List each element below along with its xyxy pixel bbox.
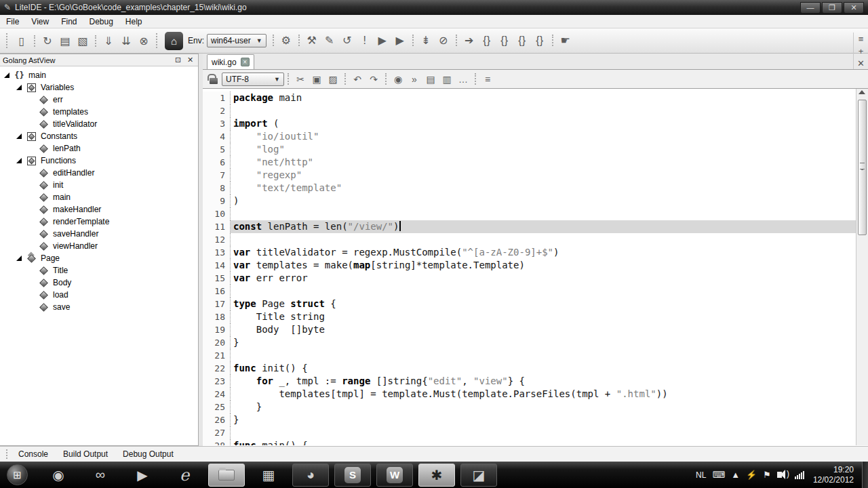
skype-icon[interactable]: S [334, 464, 371, 487]
output-tab-build-output[interactable]: Build Output [58, 448, 113, 460]
volume-icon[interactable] [777, 472, 782, 478]
internet-explorer-icon[interactable]: e [166, 464, 203, 487]
line-number[interactable]: 18 [203, 310, 231, 323]
restore-button[interactable]: ❐ [822, 2, 842, 14]
settings-gear-icon[interactable]: ⚙ [277, 32, 295, 49]
editor-scrollbar[interactable] [856, 89, 868, 445]
menu-debug[interactable]: Debug [83, 16, 119, 28]
line-number[interactable]: 16 [203, 285, 231, 298]
line-number[interactable]: 6 [203, 156, 231, 169]
show-hidden-icons[interactable]: ▲ [731, 470, 740, 480]
tree-item-init[interactable]: init [0, 179, 198, 191]
tree-item-savehandler[interactable]: saveHandler [0, 228, 198, 240]
expander-icon[interactable] [4, 73, 9, 78]
close-button[interactable]: ✕ [844, 2, 864, 14]
photo-viewer-icon[interactable]: ◪ [460, 464, 497, 487]
media-player-icon[interactable]: ▶ [124, 464, 161, 487]
line-number[interactable]: 14 [203, 259, 231, 272]
statusbar-grip[interactable] [6, 449, 9, 459]
encoding-select[interactable]: UTF-8 ▼ [222, 73, 284, 86]
show-desktop-button[interactable] [862, 462, 868, 488]
tree-item-edithandler[interactable]: editHandler [0, 167, 198, 179]
line-number[interactable]: 24 [203, 388, 231, 401]
menu-file[interactable]: File [0, 16, 25, 28]
save-all-icon[interactable]: ⇊ [117, 32, 135, 49]
line-number[interactable]: 22 [203, 362, 231, 375]
expander-icon[interactable] [16, 256, 22, 261]
calculator-icon[interactable]: ▦ [250, 464, 287, 487]
line-number[interactable]: 3 [203, 117, 231, 130]
power-plug-icon[interactable]: ⚡ [746, 470, 757, 480]
close-all-docs-icon[interactable]: ⊘ [435, 32, 452, 49]
line-number[interactable]: 20 [203, 336, 231, 349]
paste-icon[interactable]: ▨ [325, 71, 341, 87]
line-number[interactable]: 21 [203, 349, 231, 362]
new-file-icon[interactable]: ▯ [13, 32, 31, 49]
scroll-up-icon[interactable] [859, 90, 865, 94]
tree-item-constants[interactable]: Constants [0, 130, 198, 142]
line-number[interactable]: 26 [203, 413, 231, 426]
tree-item-titlevalidator[interactable]: titleValidator [0, 118, 198, 130]
menu-find[interactable]: Find [55, 16, 83, 28]
new-tab-icon[interactable]: + [853, 45, 868, 57]
tree-item-main[interactable]: main [0, 191, 198, 203]
open-project-icon[interactable]: ▧ [74, 32, 92, 49]
tree-item-load[interactable]: load [0, 289, 198, 301]
expander-icon[interactable] [16, 85, 22, 90]
snagit-icon[interactable]: ✱ [418, 464, 455, 487]
close-file-icon[interactable]: ⊗ [135, 32, 153, 49]
start-button[interactable]: ⊞ [7, 464, 28, 485]
open-file-icon[interactable]: ▤ [56, 32, 74, 49]
network-signal-icon[interactable] [795, 471, 804, 479]
line-number[interactable]: 17 [203, 298, 231, 310]
doc-outline-icon[interactable]: ≡ [479, 71, 496, 87]
tab-wiki-go[interactable]: wiki.go × [207, 54, 254, 69]
line-number[interactable]: 13 [203, 246, 231, 259]
tree-item-page[interactable]: Page [0, 252, 198, 264]
windows-explorer-icon[interactable] [208, 464, 245, 487]
fold-icon[interactable]: {} [478, 32, 496, 49]
line-number[interactable]: 7 [203, 169, 231, 182]
line-number[interactable]: 9 [203, 195, 231, 207]
expander-icon[interactable] [16, 134, 22, 139]
toolbar-grip[interactable] [156, 33, 159, 48]
output-tab-debug-output[interactable]: Debug Output [117, 448, 179, 460]
rebuild-icon[interactable]: ↺ [338, 32, 356, 49]
continue-icon[interactable]: ➔ [460, 32, 478, 49]
line-number[interactable]: 4 [203, 130, 231, 143]
line-number[interactable]: 28 [203, 439, 231, 445]
visual-studio-icon[interactable]: ◉ [40, 464, 77, 487]
unfold-icon[interactable]: {} [496, 32, 513, 49]
pan-hand-icon[interactable]: ☛ [557, 32, 574, 49]
tree-item-variables[interactable]: Variables [0, 81, 198, 94]
line-number[interactable]: 15 [203, 272, 231, 285]
word-icon[interactable]: W [376, 464, 413, 487]
line-number[interactable]: 8 [203, 182, 231, 195]
tree-item-body[interactable]: Body [0, 277, 198, 289]
line-number[interactable]: 23 [203, 375, 231, 388]
tree-item-viewhandler[interactable]: viewHandler [0, 240, 198, 252]
tree-item-lenpath[interactable]: lenPath [0, 142, 198, 155]
close-panel-icon[interactable]: ✕ [185, 56, 195, 65]
action-center-flag-icon[interactable]: ⚑ [763, 470, 771, 480]
output-tab-console[interactable]: Console [13, 448, 54, 460]
home-icon[interactable]: ⌂ [165, 32, 183, 50]
export-icon[interactable]: » [406, 71, 422, 87]
tree-item-err[interactable]: err [0, 94, 198, 106]
debug-run-icon[interactable]: ▶ [391, 32, 409, 49]
env-select[interactable]: win64-user ▼ [207, 34, 267, 47]
undo-icon[interactable]: ↶ [349, 71, 366, 87]
line-number[interactable]: 11 [203, 220, 231, 233]
expression-icon[interactable]: ∞ [82, 464, 119, 487]
tab-close-icon[interactable]: × [241, 58, 250, 66]
code-editor[interactable]: 1package main23import (4 "io/ioutil"5 "l… [203, 89, 856, 445]
run-icon[interactable]: ▶ [374, 32, 391, 49]
tree-item-rendertemplate[interactable]: renderTemplate [0, 216, 198, 228]
build-file-icon[interactable]: ✎ [321, 32, 338, 49]
revert-file-icon[interactable]: ↻ [39, 32, 56, 49]
keyboard-icon[interactable]: ⌨ [712, 470, 725, 480]
line-number[interactable]: 1 [203, 92, 231, 104]
redo-icon[interactable]: ↷ [366, 71, 382, 87]
menu-help[interactable]: Help [119, 16, 149, 28]
line-number[interactable]: 10 [203, 207, 231, 220]
